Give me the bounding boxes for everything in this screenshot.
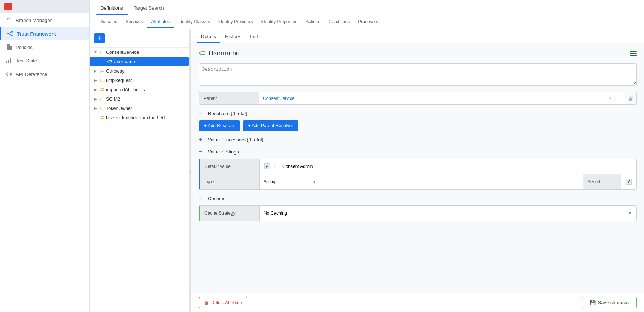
- svg-line-5: [9, 34, 11, 35]
- resolvers-buttons: + Add Resolver + Add Parent Resolver: [199, 120, 637, 131]
- tag-icon: 🏷: [100, 96, 104, 102]
- chevron-right-icon: ▶: [93, 97, 98, 102]
- tree-node-consent-service[interactable]: ▼ 🏷 ConsentService: [90, 48, 189, 57]
- chevron-down-icon: ▼: [93, 50, 98, 55]
- attribute-name: Username: [209, 49, 240, 57]
- cache-strategy-select[interactable]: No Caching Cache Always Cache Until TTL: [260, 206, 636, 221]
- collapse-icon[interactable]: −: [199, 110, 205, 117]
- caching-label: Caching: [208, 196, 226, 201]
- tab-identity-classes[interactable]: Identity Classes: [174, 16, 214, 28]
- tree-node-http-request[interactable]: ▶ 🏷 HttpRequest: [90, 76, 189, 85]
- spacer: [100, 59, 106, 64]
- top-nav: Definitions Target Search: [90, 0, 644, 15]
- tree-node-users-identifier[interactable]: 🏷 Users identifier from the URL: [90, 113, 189, 122]
- tree-toolbar: +: [90, 29, 189, 48]
- sidebar-logo: [0, 0, 89, 13]
- type-select[interactable]: String Integer Boolean Array Object: [260, 174, 584, 189]
- tab-identity-providers[interactable]: Identity Providers: [215, 16, 257, 28]
- tree-node-username[interactable]: 🏷 Username: [90, 57, 189, 66]
- detail-tab-details[interactable]: Details: [197, 31, 220, 43]
- detail-tab-test[interactable]: Test: [245, 31, 262, 43]
- svg-rect-8: [8, 49, 9, 49]
- chevron-right-icon: ▶: [93, 106, 98, 111]
- svg-point-1: [7, 33, 9, 34]
- tab-processors[interactable]: Processors: [354, 16, 384, 28]
- chevron-right-icon: ▶: [93, 78, 98, 83]
- bottom-bar: 🗑 Delete Attribute 💾 Save changes: [191, 293, 644, 312]
- code-icon: [6, 71, 12, 77]
- save-changes-button[interactable]: 💾 Save changes: [582, 297, 637, 308]
- default-value-label: Default value: [200, 159, 260, 174]
- add-parent-resolver-button[interactable]: + Add Parent Resolver: [243, 120, 298, 131]
- detail-panel: Details History Test 🏷 Username: [191, 29, 644, 312]
- parent-delete-button[interactable]: 🗑: [625, 92, 637, 105]
- sidebar-item-trust-framework[interactable]: Trust Framework: [0, 27, 89, 40]
- sidebar-item-label: API Reference: [16, 71, 48, 77]
- chevron-right-icon: ▶: [93, 68, 98, 74]
- menu-icon[interactable]: [630, 51, 637, 56]
- tree-node-impacted-attributes[interactable]: ▶ 🏷 impactedAttributes: [90, 85, 189, 94]
- tab-domains[interactable]: Domains: [96, 16, 121, 28]
- tree-node-label: impactedAttributes: [106, 87, 186, 92]
- add-resolver-button[interactable]: + Add Resolver: [199, 120, 240, 131]
- detail-tab-history[interactable]: History: [221, 31, 244, 43]
- secret-label: Secret: [584, 174, 621, 189]
- value-settings-box: Default value Type String: [199, 159, 637, 190]
- description-field[interactable]: [199, 63, 637, 86]
- svg-rect-11: [10, 58, 11, 63]
- sidebar: Branch Manager Trust Framework Policies: [0, 0, 90, 312]
- save-label: Save changes: [598, 300, 629, 305]
- main-area: Definitions Target Search Domains Servic…: [90, 0, 644, 312]
- tag-icon: 🏷: [199, 49, 206, 57]
- svg-point-2: [11, 31, 13, 33]
- sidebar-item-label: Branch Manager: [16, 18, 52, 23]
- detail-content: 🏷 Username Parent Co: [191, 43, 644, 293]
- add-button[interactable]: +: [94, 33, 105, 43]
- save-icon: 💾: [590, 300, 596, 305]
- tree-node-gateway[interactable]: ▶ 🏷 Gateway: [90, 66, 189, 76]
- tab-identity-properties[interactable]: Identity Properties: [258, 16, 301, 28]
- sidebar-item-branch-manager[interactable]: Branch Manager: [0, 13, 89, 27]
- value-settings-label: Value Settings: [208, 149, 239, 155]
- sidebar-item-label: Policies: [16, 45, 33, 50]
- caching-section-header: − Caching: [199, 195, 637, 202]
- tag-icon: 🏷: [100, 77, 104, 83]
- cache-strategy-row: Cache Strategy No Caching Cache Always C…: [200, 206, 636, 221]
- collapse-icon[interactable]: −: [199, 195, 205, 202]
- tag-icon: 🏷: [100, 87, 104, 92]
- default-value-input[interactable]: [279, 162, 632, 171]
- svg-rect-6: [8, 46, 10, 47]
- doc-icon: [6, 44, 12, 50]
- share-icon: [7, 31, 13, 37]
- sidebar-item-label: Trust Framework: [17, 31, 56, 37]
- secret-checkbox[interactable]: [626, 179, 632, 185]
- cache-strategy-label: Cache Strategy: [200, 206, 260, 221]
- sec-nav: Domains Services Attributes Identity Cla…: [90, 15, 644, 29]
- tab-target-search[interactable]: Target Search: [129, 2, 168, 15]
- tab-conditions[interactable]: Conditions: [325, 16, 354, 28]
- svg-rect-9: [6, 61, 7, 63]
- default-value-row: Default value: [200, 159, 636, 174]
- tag-icon: 🏷: [100, 68, 104, 74]
- sidebar-item-api-reference[interactable]: API Reference: [0, 67, 89, 81]
- sidebar-item-policies[interactable]: Policies: [0, 40, 89, 54]
- tab-services[interactable]: Services: [122, 16, 146, 28]
- detail-title: 🏷 Username: [199, 49, 240, 57]
- caching-box: Cache Strategy No Caching Cache Always C…: [199, 205, 637, 221]
- resolvers-label: Resolvers (0 total): [208, 111, 247, 116]
- tab-actions[interactable]: Actions: [302, 16, 324, 28]
- detail-tabs: Details History Test: [191, 29, 644, 43]
- expand-icon[interactable]: +: [199, 136, 205, 143]
- collapse-icon[interactable]: −: [199, 148, 205, 155]
- tab-definitions[interactable]: Definitions: [96, 2, 128, 15]
- parent-select[interactable]: ConsentService: [259, 92, 625, 105]
- delete-attribute-button[interactable]: 🗑 Delete Attribute: [199, 297, 247, 308]
- tree-node-scim2[interactable]: ▶ 🏷 SCIM2: [90, 94, 189, 104]
- sidebar-item-test-suite[interactable]: Test Suite: [0, 54, 89, 67]
- default-value-input-cell: [275, 159, 636, 174]
- svg-point-3: [11, 35, 13, 36]
- tree-node-token-owner[interactable]: ▶ 🏷 TokenOwner: [90, 104, 189, 113]
- tab-attributes[interactable]: Attributes: [147, 16, 174, 28]
- default-value-checkbox[interactable]: [264, 163, 270, 169]
- svg-rect-7: [8, 48, 10, 48]
